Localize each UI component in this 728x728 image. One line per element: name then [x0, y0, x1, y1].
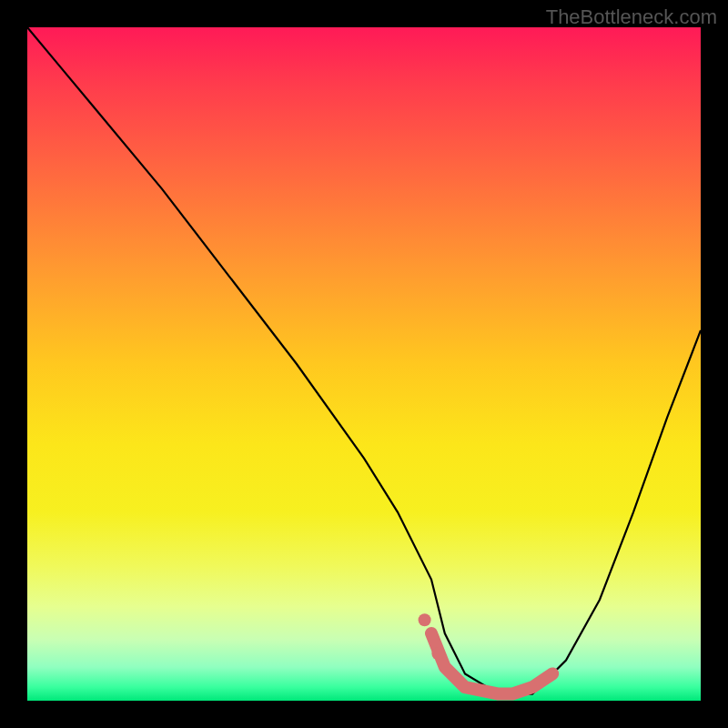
- chart-area: [27, 27, 701, 701]
- highlight-point: [431, 647, 444, 660]
- main-curve-line: [27, 27, 701, 694]
- highlight-point: [419, 613, 431, 626]
- watermark-text: TheBottleneck.com: [546, 5, 717, 29]
- chart-svg: [27, 27, 701, 701]
